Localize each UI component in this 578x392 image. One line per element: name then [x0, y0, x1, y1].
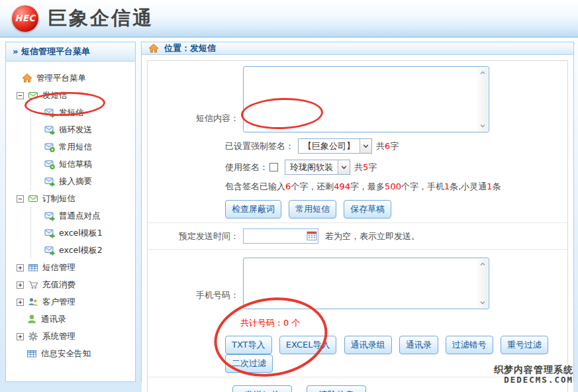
- hec-logo: HEC: [12, 5, 38, 32]
- send-group-children: 发短信 循环发送 常用短信 短信草稿 接入摘要: [30, 104, 132, 190]
- mail-send-icon: [44, 211, 55, 221]
- phone-label: 手机号码：: [153, 289, 239, 301]
- filter-duplicate-button[interactable]: 重号过滤: [501, 336, 548, 354]
- mail-send-icon: [44, 176, 55, 187]
- sms-content-field: [243, 66, 489, 132]
- select-arrow-icon[interactable]: [360, 139, 371, 153]
- mail-send-icon: [44, 245, 55, 256]
- sidebar-item-send-group[interactable]: 发短信: [13, 87, 132, 104]
- forced-signature-row: 已设置强制签名： 【巨象公司】 共6字: [225, 138, 561, 154]
- expand-icon[interactable]: [17, 281, 24, 289]
- calendar-icon[interactable]: [307, 230, 317, 241]
- sidebar-item-customer-manage[interactable]: 客户管理: [13, 293, 132, 311]
- main-panel: 位置：发短信 短信内容：: [141, 42, 574, 382]
- mail-add-icon: [44, 159, 55, 170]
- phone-section: 手机号码： 共计号码：0 个 TXT导入 EXCEL导入: [148, 250, 567, 377]
- envelope-icon: [28, 90, 38, 101]
- custom-group-children: 普通点对点 excel模板1 excel模板2: [30, 207, 132, 259]
- filter-wrong-number-button[interactable]: 过滤错号: [446, 336, 493, 354]
- select-arrow-icon[interactable]: [338, 160, 350, 174]
- schedule-label: 预定发送时间：: [153, 230, 239, 242]
- sms-content-label: 短信内容：: [153, 113, 239, 124]
- sidebar: » 短信管理平台菜单 管理平台菜单 发短信 发短信 循环发送: [5, 42, 136, 382]
- mail-send-icon: [44, 124, 55, 135]
- char-counter-line: 包含签名已输入6个字，还剩494字，最多500个字，手机1条,小灵通1条: [225, 181, 561, 193]
- app-header: HEC 巨象企信通: [0, 0, 578, 38]
- use-signature-row: 使用签名： 玲珑阁软装 共5字: [225, 160, 561, 175]
- forced-signature-count: 共6字: [376, 140, 399, 152]
- gear-icon: [28, 331, 38, 342]
- breadcrumb: 位置：发短信: [164, 42, 216, 54]
- sidebar-item-excel-tpl1[interactable]: excel模板1: [31, 224, 132, 242]
- use-signature-checkbox[interactable]: [269, 163, 278, 172]
- mail-send-icon: [44, 228, 55, 238]
- forced-signature-select[interactable]: 【巨象公司】: [298, 138, 372, 154]
- collapse-icon[interactable]: [17, 195, 24, 203]
- contacts-button[interactable]: 通讯录: [399, 336, 438, 354]
- home-icon: [148, 43, 159, 54]
- chevron-down-icon[interactable]: [479, 299, 487, 307]
- sidebar-item-custom-group[interactable]: 订制短信: [13, 190, 132, 207]
- textarea-scrollbar[interactable]: [477, 259, 488, 308]
- textarea-scrollbar[interactable]: [477, 68, 488, 131]
- phone-numbers-textarea[interactable]: [244, 258, 477, 309]
- sidebar-item-loop-send[interactable]: 循环发送: [31, 121, 132, 138]
- cart-icon: [28, 279, 38, 290]
- sidebar-item-sms-manage[interactable]: 短信管理: [13, 259, 132, 276]
- chevron-up-icon[interactable]: [479, 260, 487, 268]
- sms-content-textarea[interactable]: [244, 67, 477, 132]
- users-icon: [28, 297, 38, 307]
- table-icon: [26, 348, 37, 359]
- envelope-icon: [28, 193, 38, 204]
- watermark-line1: 织梦内容管理系统: [494, 365, 573, 375]
- use-signature-select[interactable]: 玲珑阁软装: [285, 160, 350, 175]
- schedule-hint: 若为空，表示立即发送。: [325, 230, 420, 242]
- excel-import-button[interactable]: EXCEL导入: [279, 336, 337, 354]
- expand-icon[interactable]: [17, 264, 24, 271]
- sidebar-item-recharge[interactable]: 充值消费: [13, 276, 132, 293]
- logo-text: HEC: [15, 13, 36, 23]
- sidebar-item-root[interactable]: 管理平台菜单: [13, 70, 132, 87]
- send-sms-form: 短信内容： 已设置强制签名： 【巨象公司】: [147, 60, 568, 392]
- watermark-line2: DEDECMS.COM: [494, 375, 573, 385]
- phone-field: [243, 258, 489, 309]
- phone-count-text: 共计号码：0 个: [240, 317, 561, 329]
- sidebar-item-system-manage[interactable]: 系统管理: [13, 328, 132, 345]
- chevron-up-icon[interactable]: [479, 69, 487, 77]
- home-icon: [22, 73, 32, 83]
- app-title: 巨象企信通: [48, 5, 154, 32]
- watermark: 织梦内容管理系统 DEDECMS.COM: [494, 365, 573, 385]
- second-filter-button[interactable]: 二次过滤: [225, 354, 273, 373]
- expand-icon[interactable]: [17, 299, 24, 306]
- sms-content-section: 短信内容： 已设置强制签名： 【巨象公司】: [148, 61, 567, 223]
- sidebar-tree: 管理平台菜单 发短信 发短信 循环发送 常用短信: [6, 62, 135, 362]
- common-sms-button[interactable]: 常用短信: [289, 200, 336, 219]
- expand-icon[interactable]: [17, 333, 24, 340]
- person-icon: [26, 314, 37, 324]
- use-signature-count: 共5字: [354, 162, 377, 173]
- use-signature-label: 使用签名：: [225, 162, 268, 173]
- sidebar-item-security-notice[interactable]: 信息安全告知: [13, 345, 132, 362]
- breadcrumb-bar: 位置：发短信: [142, 42, 573, 55]
- schedule-section: 预定发送时间： 若为空，表示立即发送。: [148, 223, 567, 250]
- clear-info-button[interactable]: 清除信息: [307, 385, 366, 392]
- forced-signature-label: 已设置强制签名：: [225, 140, 294, 152]
- send-sms-button[interactable]: 发送短信: [232, 385, 292, 392]
- sidebar-item-common-sms[interactable]: 常用短信: [31, 138, 132, 156]
- collapse-icon[interactable]: [17, 92, 24, 99]
- sidebar-item-contacts[interactable]: 通讯录: [13, 311, 132, 328]
- save-draft-button[interactable]: 保存草稿: [344, 200, 391, 219]
- contact-group-button[interactable]: 通讯录组: [344, 336, 392, 354]
- sidebar-item-access-summary[interactable]: 接入摘要: [31, 173, 132, 190]
- sidebar-item-sms-draft[interactable]: 短信草稿: [31, 156, 132, 173]
- mail-add-icon: [44, 142, 55, 152]
- table-icon: [28, 262, 38, 273]
- chevron-down-icon[interactable]: [479, 122, 487, 130]
- check-blocked-words-button[interactable]: 检查屏蔽词: [225, 200, 281, 219]
- sidebar-item-p2p[interactable]: 普通点对点: [31, 207, 132, 224]
- txt-import-button[interactable]: TXT导入: [225, 336, 272, 354]
- content-buttons-row: 检查屏蔽词 常用短信 保存草稿: [225, 200, 561, 219]
- sidebar-item-excel-tpl2[interactable]: excel模板2: [31, 242, 132, 259]
- schedule-field: [243, 228, 318, 244]
- sidebar-item-send-sms[interactable]: 发短信: [31, 104, 132, 121]
